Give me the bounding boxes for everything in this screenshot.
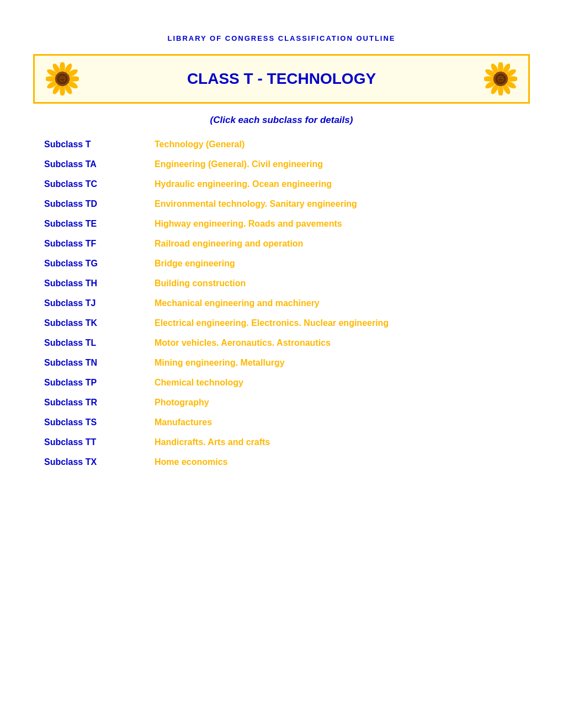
subclass-row[interactable]: Subclass TRPhotography [44,398,519,408]
subclass-description: Mechanical engineering and machinery [155,298,320,308]
subclass-description: Environmental technology. Sanitary engin… [155,199,357,209]
subclass-description: Chemical technology [155,378,243,388]
subclass-row[interactable]: Subclass TSManufactures [44,417,519,427]
svg-point-20 [64,78,66,80]
subclass-code: Subclass T [44,140,155,149]
subclass-row[interactable]: Subclass TTechnology (General) [44,140,519,149]
subclass-code: Subclass TE [44,219,155,229]
subclass-description: Home economics [155,457,227,467]
subclass-description: Hydraulic engineering. Ocean engineering [155,179,332,189]
subclass-row[interactable]: Subclass TEHighway engineering. Roads an… [44,219,519,229]
subclass-row[interactable]: Subclass TJMechanical engineering and ma… [44,298,519,308]
subclass-code: Subclass TH [44,279,155,288]
svg-point-21 [60,80,61,82]
subtitle-text: (Click each subclass for details) [210,115,353,125]
subclass-description: Bridge engineering [155,259,235,269]
subclass-code: Subclass TC [44,179,155,189]
subclass-row[interactable]: Subclass TTHandicrafts. Arts and crafts [44,437,519,447]
svg-point-42 [499,77,501,79]
sunflower-right-icon [484,62,517,95]
svg-point-44 [502,78,504,80]
subclass-description: Engineering (General). Civil engineering [155,159,323,169]
subclass-row[interactable]: Subclass TCHydraulic engineering. Ocean … [44,179,519,189]
subclass-description: Mining engineering. Metallurgy [155,358,285,368]
subclass-description: Technology (General) [155,140,245,149]
svg-point-18 [61,77,62,79]
subclass-code: Subclass TT [44,437,155,447]
svg-point-37 [495,73,506,84]
svg-point-17 [59,78,61,80]
subclass-code: Subclass TS [44,417,155,427]
subclass-code: Subclass TP [44,378,155,388]
subclass-description: Manufactures [155,417,212,427]
subclass-row[interactable]: Subclass TFRailroad engineering and oper… [44,239,519,249]
subclass-code: Subclass TG [44,259,155,269]
subclass-row[interactable]: Subclass TKElectrical engineering. Elect… [44,318,519,328]
svg-point-15 [62,76,63,77]
subclass-code: Subclass TN [44,358,155,368]
svg-point-47 [502,80,503,82]
subclass-description: Motor vehicles. Aeronautics. Astronautic… [155,338,331,348]
svg-point-39 [500,76,502,77]
subclass-row[interactable]: Subclass TPChemical technology [44,378,519,388]
subclass-row[interactable]: Subclass TGBridge engineering [44,259,519,269]
subclass-description: Railroad engineering and operation [155,239,303,249]
svg-point-45 [498,80,500,82]
subclass-code: Subclass TA [44,159,155,169]
svg-point-22 [62,81,63,82]
subclass-description: Highway engineering. Roads and pavements [155,219,342,229]
subclass-code: Subclass TX [44,457,155,467]
svg-point-41 [497,78,499,80]
subclass-code: Subclass TL [44,338,155,348]
subclass-description: Handicrafts. Arts and crafts [155,437,270,447]
subclass-code: Subclass TR [44,398,155,408]
subclass-row[interactable]: Subclass TLMotor vehicles. Aeronautics. … [44,338,519,348]
title-banner: CLASS T - TECHNOLOGY [33,54,530,104]
subclass-row[interactable]: Subclass TNMining engineering. Metallurg… [44,358,519,368]
subclass-row[interactable]: Subclass TAEngineering (General). Civil … [44,159,519,169]
page-header: LIBRARY OF CONGRESS CLASSIFICATION OUTLI… [33,33,530,43]
svg-point-23 [63,80,65,82]
sunflower-left-icon [46,62,79,95]
subclass-row[interactable]: Subclass TDEnvironmental technology. San… [44,199,519,209]
subclass-code: Subclass TF [44,239,155,249]
subclass-code: Subclass TK [44,318,155,328]
svg-point-46 [500,81,502,82]
svg-point-14 [60,76,61,78]
svg-point-38 [498,76,500,78]
subclass-description: Electrical engineering. Electronics. Nuc… [155,318,389,328]
svg-point-13 [57,73,67,84]
subclass-code: Subclass TJ [44,298,155,308]
banner-title: CLASS T - TECHNOLOGY [79,70,484,88]
header-title: LIBRARY OF CONGRESS CLASSIFICATION OUTLI… [167,34,395,42]
subclass-code: Subclass TD [44,199,155,209]
subclass-description: Building construction [155,279,246,288]
subclass-row[interactable]: Subclass THBuilding construction [44,279,519,288]
subtitle: (Click each subclass for details) [33,115,530,126]
subclass-description: Photography [155,398,209,408]
subclass-row[interactable]: Subclass TXHome economics [44,457,519,467]
subclass-list: Subclass TTechnology (General)Subclass T… [33,140,530,467]
